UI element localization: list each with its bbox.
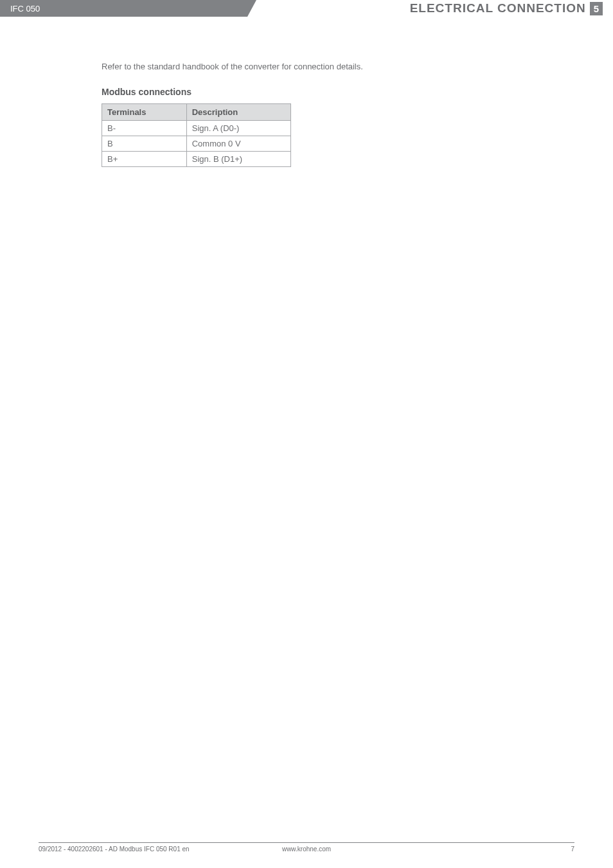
footer-doc-id: 09/2012 - 4002202601 - AD Modbus IFC 050… [39, 846, 217, 853]
table-header-terminals: Terminals [102, 104, 187, 121]
table-heading: Modbus connections [102, 87, 574, 97]
page-footer: 09/2012 - 4002202601 - AD Modbus IFC 050… [0, 842, 613, 853]
table-cell: B- [102, 121, 187, 136]
footer-divider [39, 842, 574, 843]
modbus-connections-table: Terminals Description B- Sign. A (D0-) B… [102, 103, 291, 167]
page-number: 7 [396, 846, 574, 853]
table-row: B- Sign. A (D0-) [102, 121, 291, 136]
table-cell: Common 0 V [186, 136, 290, 152]
intro-paragraph: Refer to the standard handbook of the co… [102, 62, 574, 71]
table-cell: Sign. A (D0-) [186, 121, 290, 136]
header-right: ELECTRICAL CONNECTION 5 [256, 0, 613, 17]
table-header-row: Terminals Description [102, 104, 291, 121]
table-cell: B [102, 136, 187, 152]
table-cell: Sign. B (D1+) [186, 152, 290, 167]
section-title: ELECTRICAL CONNECTION [410, 1, 586, 15]
table-row: B+ Sign. B (D1+) [102, 152, 291, 167]
page-content: Refer to the standard handbook of the co… [0, 17, 613, 167]
header-left-label: IFC 050 [0, 0, 247, 17]
footer-row: 09/2012 - 4002202601 - AD Modbus IFC 050… [39, 846, 574, 853]
header-diagonal-separator [247, 0, 256, 17]
footer-url: www.krohne.com [217, 846, 396, 853]
table-cell: B+ [102, 152, 187, 167]
header-bar: IFC 050 ELECTRICAL CONNECTION 5 [0, 0, 613, 17]
section-number-badge: 5 [590, 2, 603, 15]
table-header-description: Description [186, 104, 290, 121]
table-row: B Common 0 V [102, 136, 291, 152]
